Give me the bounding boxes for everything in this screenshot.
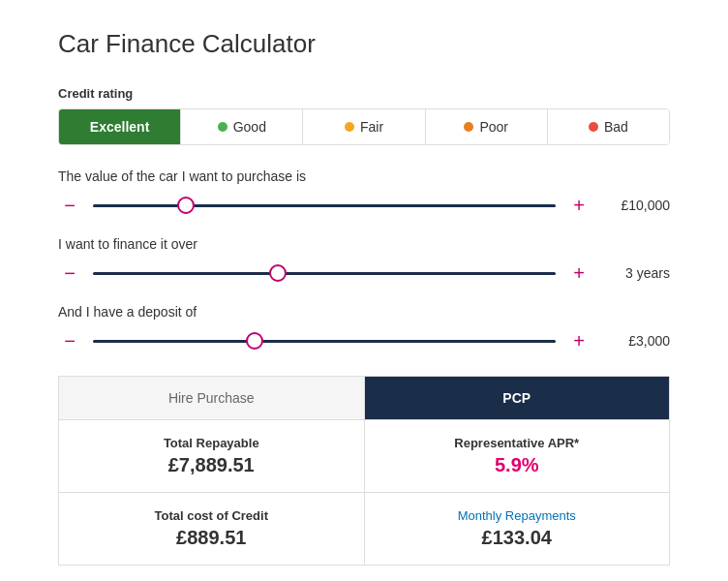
results-right-cell-1: Monthly Repayments£133.04 [365,493,670,565]
slider-minus-deposit[interactable]: − [58,329,81,352]
slider-minus-car-value[interactable]: − [58,194,81,217]
results-right-cell-0: Representative APR*5.9% [365,420,670,492]
results-left-value-0: £7,889.51 [78,454,345,476]
finance-tabs: Hire PurchasePCP [58,376,670,420]
slider-plus-deposit[interactable]: + [567,329,591,352]
slider-track-finance-term[interactable] [93,263,556,283]
credit-tab-good[interactable]: Good [181,109,303,144]
credit-tab-poor[interactable]: Poor [426,109,548,144]
credit-rating-tabs: ExcellentGoodFairPoorBad [58,108,670,145]
results-right-label-1[interactable]: Monthly Repayments [384,508,651,523]
good-dot-icon [218,122,228,132]
slider-row-car-value: −+£10,000 [58,194,670,217]
slider-group-car-value: The value of the car I want to purchase … [58,168,670,217]
slider-label-deposit: And I have a deposit of [58,304,670,320]
slider-minus-finance-term[interactable]: − [58,261,81,285]
slider-thumb-deposit[interactable] [246,332,263,350]
page-title: Car Finance Calculator [58,29,670,59]
credit-rating-label: Credit rating [58,86,670,101]
credit-tab-label-excellent: Excellent [90,119,149,135]
results-left-cell-1: Total cost of Credit£889.51 [59,493,365,565]
finance-tab-hp[interactable]: Hire Purchase [59,377,365,419]
credit-tab-label-poor: Poor [479,119,508,135]
slider-plus-finance-term[interactable]: + [567,261,591,285]
results-right-label-0: Representative APR* [384,436,651,450]
slider-label-car-value: The value of the car I want to purchase … [58,168,670,184]
poor-dot-icon [464,122,473,132]
slider-track-car-value[interactable] [93,196,556,215]
credit-tab-bad[interactable]: Bad [548,109,669,144]
finance-tab-pcp[interactable]: PCP [365,377,670,419]
slider-group-deposit: And I have a deposit of−+£3,000 [58,304,670,352]
slider-value-deposit: £3,000 [602,333,670,349]
slider-row-deposit: −+£3,000 [58,329,670,352]
results-left-cell-0: Total Repayable£7,889.51 [59,420,365,492]
credit-tab-fair[interactable]: Fair [303,109,425,144]
slider-group-finance-term: I want to finance it over−+3 years [58,236,670,285]
slider-plus-car-value[interactable]: + [567,194,591,217]
credit-tab-label-fair: Fair [360,119,383,135]
results-left-value-1: £889.51 [78,527,345,549]
bad-dot-icon [589,122,598,132]
slider-track-deposit[interactable] [93,331,556,351]
credit-tab-excellent[interactable]: Excellent [59,109,181,144]
slider-thumb-finance-term[interactable] [269,264,287,282]
results-left-label-0: Total Repayable [78,436,345,450]
credit-tab-label-good: Good [233,119,266,135]
results-left-label-1: Total cost of Credit [78,508,345,523]
results-table: Total Repayable£7,889.51Representative A… [58,420,670,566]
slider-value-car-value: £10,000 [602,198,670,213]
slider-row-finance-term: −+3 years [58,261,670,285]
results-right-value-0: 5.9% [384,454,651,476]
results-row-0: Total Repayable£7,889.51Representative A… [59,420,669,493]
credit-tab-label-bad: Bad [604,119,628,135]
fair-dot-icon [345,122,354,132]
results-row-1: Total cost of Credit£889.51Monthly Repay… [59,493,669,565]
results-right-value-1: £133.04 [384,527,651,549]
sliders-container: The value of the car I want to purchase … [58,168,670,352]
slider-thumb-car-value[interactable] [177,197,195,214]
slider-label-finance-term: I want to finance it over [58,236,670,252]
slider-value-finance-term: 3 years [602,265,670,281]
